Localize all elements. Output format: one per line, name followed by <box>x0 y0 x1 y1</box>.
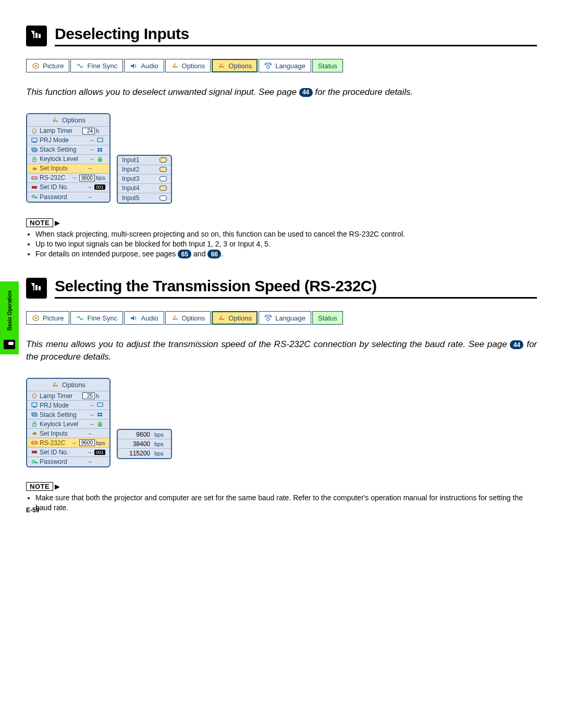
osd-prj-mode[interactable]: PRJ Mode→ <box>27 136 109 145</box>
tab-language-label: Language <box>275 62 305 70</box>
section-description: This menu allows you to adjust the trans… <box>26 338 537 363</box>
osd-stack-setting[interactable]: Stack Setting→ <box>27 410 109 419</box>
svg-point-15 <box>32 178 33 178</box>
svg-rect-29 <box>97 413 100 414</box>
arrow-icon: ▶ <box>55 483 60 490</box>
tab-options-2[interactable]: Options <box>212 311 258 325</box>
tab-picture-label: Picture <box>43 62 64 70</box>
side-tab-label: Basic Operation <box>7 291 13 331</box>
svg-point-41 <box>32 460 35 463</box>
input4-row[interactable]: Input4 <box>118 184 171 193</box>
bps-row[interactable]: 38400bps <box>118 439 171 449</box>
section-title: Deselecting Inputs <box>55 25 537 46</box>
osd-rs232c[interactable]: RS-232C→9600bps <box>27 174 109 183</box>
osd-setid-value: 001 <box>94 450 105 455</box>
osd-options-panel: Options Lamp Timer25h PRJ Mode→ Stack Se… <box>26 378 111 467</box>
input3-row[interactable]: Input3 <box>118 175 171 184</box>
tab-status-label: Status <box>318 62 337 70</box>
input5-row[interactable]: Input5 <box>118 193 171 203</box>
section-title: Selecting the Transmission Speed (RS-232… <box>55 277 537 299</box>
osd-header: Options <box>27 114 109 127</box>
svg-point-2 <box>267 65 270 68</box>
input2-row[interactable]: Input2 <box>118 165 171 175</box>
svg-point-18 <box>35 178 36 178</box>
svg-point-37 <box>33 442 34 443</box>
note-label: NOTE <box>26 482 53 491</box>
svg-rect-25 <box>33 406 36 408</box>
page-number: E-59 <box>26 507 39 514</box>
svg-rect-10 <box>97 150 100 152</box>
svg-point-17 <box>34 178 35 178</box>
tab-options-1[interactable]: Options <box>165 59 211 72</box>
bps-row[interactable]: 115200bps <box>118 449 171 458</box>
svg-rect-32 <box>100 415 102 416</box>
svg-point-23 <box>267 318 270 321</box>
osd-keylock-level[interactable]: Keylock Level→ <box>27 155 109 164</box>
tab-fine-sync-label: Fine Sync <box>87 62 117 70</box>
note-bar: NOTE ▶ <box>26 482 537 491</box>
tab-picture[interactable]: Picture <box>26 311 69 325</box>
svg-rect-12 <box>33 159 36 162</box>
note-label: NOTE <box>26 218 53 227</box>
tab-picture[interactable]: Picture <box>26 59 69 72</box>
svg-rect-33 <box>33 424 36 426</box>
section-title-row: Deselecting Inputs <box>26 25 537 46</box>
note-item: Make sure that both the projector and co… <box>35 493 537 513</box>
osd-lamp-value: 24 <box>82 128 95 134</box>
input1-row[interactable]: Input1 <box>118 156 171 165</box>
svg-rect-9 <box>100 148 102 150</box>
tab-status[interactable]: Status <box>312 59 343 72</box>
osd-rs232c[interactable]: RS-232C→9600bps <box>27 438 109 448</box>
osd-panel-row: Options Lamp Timer24h PRJ Mode→ Stack Se… <box>26 113 537 204</box>
svg-point-20 <box>32 195 35 198</box>
tab-options-2[interactable]: Options <box>212 59 258 72</box>
svg-point-39 <box>35 442 36 443</box>
osd-keylock-level[interactable]: Keylock Level→ <box>27 419 109 429</box>
osd-lamp-timer: Lamp Timer24h <box>27 127 109 136</box>
page-ref-chip: 44 <box>510 340 523 349</box>
page-ref-chip: 65 <box>178 250 191 258</box>
note-item: For details on intended purpose, see pag… <box>35 249 537 259</box>
tab-options1-label: Options <box>182 62 205 70</box>
tab-audio[interactable]: Audio <box>124 59 164 72</box>
svg-point-22 <box>35 317 37 319</box>
desc-suffix: for the procedure details. <box>313 87 413 97</box>
osd-set-id[interactable]: Set ID No.→001 <box>27 183 109 192</box>
tab-options2-label: Options <box>228 62 252 70</box>
checkbox-icon <box>160 186 167 191</box>
hand-icon <box>26 278 47 299</box>
svg-rect-31 <box>97 415 100 416</box>
svg-rect-4 <box>33 142 36 143</box>
tab-fine-sync[interactable]: Fine Sync <box>70 59 123 72</box>
osd-password[interactable]: Password→ <box>27 457 109 466</box>
checkbox-icon <box>160 157 167 163</box>
tab-language[interactable]: Language <box>259 59 311 72</box>
tab-language[interactable]: Language <box>259 311 311 325</box>
tab-fine-sync[interactable]: Fine Sync <box>70 311 123 325</box>
tab-options1-label: Options <box>182 314 205 322</box>
osd-prj-mode[interactable]: PRJ Mode→ <box>27 401 109 410</box>
svg-rect-30 <box>100 413 102 414</box>
osd-header: Options <box>27 379 109 391</box>
osd-set-id[interactable]: Set ID No.→001 <box>27 448 109 457</box>
tab-language-label: Language <box>275 314 305 322</box>
svg-point-36 <box>32 442 33 443</box>
page-ref-chip: 44 <box>299 88 313 97</box>
osd-setid-value: 001 <box>94 184 105 190</box>
section-description: This function allows you to deselect unw… <box>26 86 537 98</box>
svg-rect-24 <box>32 403 37 406</box>
bps-row[interactable]: 9600bps <box>118 430 171 439</box>
osd-header-label: Options <box>62 381 85 389</box>
osd-set-inputs[interactable]: Set Inputs→ <box>27 429 109 438</box>
svg-rect-8 <box>97 148 100 150</box>
hand-icon <box>26 26 47 46</box>
tab-status[interactable]: Status <box>312 311 343 325</box>
hand-icon <box>4 340 15 349</box>
tab-audio[interactable]: Audio <box>124 311 164 325</box>
tab-options-1[interactable]: Options <box>165 311 211 325</box>
osd-password[interactable]: Password→ <box>27 192 109 202</box>
checkbox-icon <box>160 195 167 201</box>
osd-set-inputs[interactable]: Set Inputs→ <box>27 164 109 174</box>
osd-stack-setting[interactable]: Stack Setting→ <box>27 145 109 155</box>
osd-lamp-value: 25 <box>82 392 95 399</box>
